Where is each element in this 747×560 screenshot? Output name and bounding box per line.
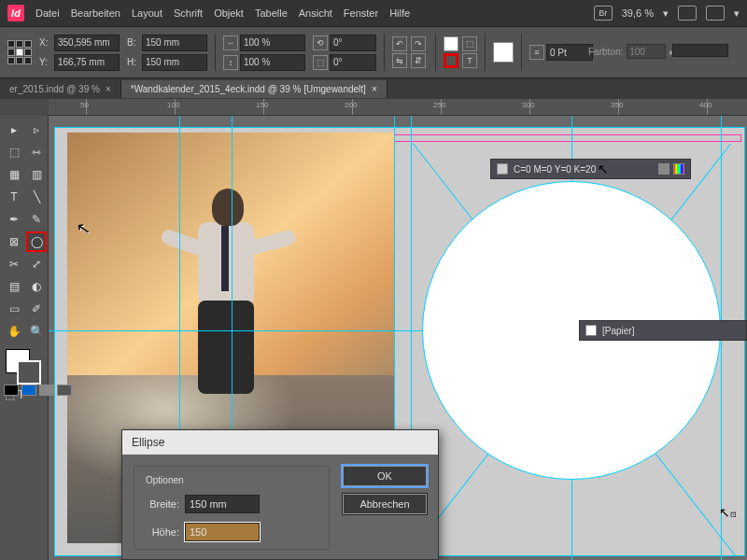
preview-view-icon[interactable] [21, 385, 36, 396]
screen-mode-icon[interactable] [678, 6, 697, 21]
toolbox: ▸ ▹ ⬚ ⇿ ▦ ▥ T ╲ ✒ ✎ ⊠ ◯ ✂ ⤢ ▤ ◐ ▭ ✐ ✋ 🔍 … [0, 116, 49, 560]
bleed-view-icon[interactable] [39, 385, 54, 396]
flip-v-icon[interactable]: ⇵ [411, 53, 426, 68]
pencil-tool[interactable]: ✎ [26, 209, 47, 230]
height-label: Höhe: [142, 526, 179, 538]
zoom-level[interactable]: 39,6 % [622, 7, 654, 19]
y-input[interactable] [54, 54, 120, 71]
options-legend: Optionen [142, 475, 188, 485]
shear-input[interactable] [330, 54, 376, 71]
h-label: H: [127, 57, 140, 67]
color-mode-icon [673, 163, 684, 175]
scale-x-input[interactable] [240, 35, 305, 51]
x-label: X: [39, 37, 52, 48]
menu-file[interactable]: Datei [35, 7, 60, 19]
direct-selection-tool[interactable]: ▹ [26, 119, 47, 140]
fill-stroke-swatch[interactable] [4, 349, 47, 386]
rotate-ccw-icon[interactable]: ↶ [392, 36, 407, 51]
menu-view[interactable]: Ansicht [299, 7, 332, 19]
scissors-tool[interactable]: ✂ [4, 254, 24, 274]
slug-view-icon[interactable] [57, 385, 72, 396]
stroke-weight-input[interactable] [546, 44, 593, 61]
swatch-square-icon [497, 163, 508, 175]
ok-button[interactable]: OK [343, 466, 427, 486]
swatch-square-icon [585, 325, 597, 336]
paper-tip[interactable]: [Papier] [579, 320, 747, 341]
shear-icon: ⬚ [313, 55, 328, 70]
fill-swatch-icon[interactable] [444, 36, 458, 51]
cursor-icon: ↖ [598, 161, 609, 176]
cancel-button[interactable]: Abbrechen [343, 494, 427, 514]
rotate-input[interactable] [330, 35, 376, 51]
menu-edit[interactable]: Bearbeiten [71, 7, 120, 19]
close-icon[interactable]: × [106, 84, 111, 94]
hand-tool[interactable]: ✋ [4, 321, 24, 342]
rotate-icon: ⟲ [313, 35, 328, 50]
ellipse-width-input[interactable] [185, 495, 260, 513]
container-icon[interactable]: ⬚ [462, 36, 477, 51]
scale-x-icon: ↔ [223, 35, 238, 50]
menubar: Id Datei Bearbeiten Layout Schrift Objek… [0, 0, 747, 26]
width-label: Breite: [142, 498, 179, 510]
dialog-title: Ellipse [122, 430, 438, 455]
ellipse-height-input[interactable] [185, 523, 260, 541]
text-icon[interactable]: T [462, 53, 477, 68]
app-logo: Id [7, 5, 24, 21]
rotate-cw-icon[interactable]: ↷ [411, 36, 426, 51]
bridge-button[interactable]: Br [594, 6, 613, 21]
scale-y-icon: ↕ [223, 55, 238, 70]
scale-y-input[interactable] [240, 54, 305, 71]
swatch-kind-icon [658, 163, 669, 175]
document-tabs: er_2015.indd @ 39 %× *Wandkalender_2015_… [0, 78, 747, 99]
view-mode-buttons [4, 385, 72, 396]
stroke-style-line[interactable] [672, 44, 728, 57]
ellipse-dialog: Ellipse Optionen Breite: Höhe: OK Abbrec… [121, 429, 439, 560]
color-tip-label: C=0 M=0 Y=0 K=20 [514, 164, 596, 175]
menu-table[interactable]: Tabelle [255, 7, 288, 19]
menu-window[interactable]: Fenster [344, 7, 378, 19]
free-transform-tool[interactable]: ⤢ [26, 254, 47, 274]
tab-doc-1[interactable]: er_2015.indd @ 39 %× [0, 80, 121, 98]
type-tool[interactable]: T [4, 187, 24, 207]
gap-tool[interactable]: ⇿ [26, 142, 47, 162]
gradient-feather-tool[interactable]: ◐ [26, 276, 47, 297]
gradient-swatch-tool[interactable]: ▤ [4, 276, 24, 297]
w-label: B: [127, 37, 140, 48]
page-tool[interactable]: ⬚ [4, 142, 24, 162]
horizontal-ruler[interactable]: 50 100 150 200 250 300 350 400 [49, 99, 747, 116]
menu-object[interactable]: Objekt [214, 7, 244, 19]
normal-view-icon[interactable] [4, 385, 19, 396]
flip-h-icon[interactable]: ⇋ [392, 53, 407, 68]
content-collector-tool[interactable]: ▦ [4, 164, 24, 185]
tint-label: Farbton: [588, 47, 623, 57]
zoom-tool[interactable]: 🔍 [26, 321, 47, 342]
content-placer-tool[interactable]: ▥ [26, 164, 47, 185]
menu-help[interactable]: Hilfe [389, 7, 410, 19]
stroke-swatch-icon[interactable] [444, 53, 458, 68]
reference-point[interactable] [7, 40, 32, 64]
ellipse-tool[interactable]: ◯ [26, 231, 47, 252]
stroke-weight-icon: ≡ [529, 45, 544, 60]
menu-type[interactable]: Schrift [174, 7, 203, 19]
x-input[interactable] [54, 35, 120, 51]
color-tip[interactable]: C=0 M=0 Y=0 K=20 ↖ [490, 159, 691, 179]
fill-color-swatch[interactable] [493, 42, 514, 63]
paper-tip-label: [Papier] [602, 326, 634, 336]
tab-doc-2[interactable]: *Wandkalender_2015_4eck.indd @ 39 % [Umg… [121, 80, 388, 98]
selection-tool[interactable]: ▸ [4, 119, 24, 140]
note-tool[interactable]: ▭ [4, 299, 24, 319]
line-tool[interactable]: ╲ [26, 187, 47, 207]
eyedropper-tool[interactable]: ✐ [26, 299, 47, 319]
menu-layout[interactable]: Layout [132, 7, 162, 19]
pen-tool[interactable]: ✒ [4, 209, 24, 230]
height-input[interactable] [142, 54, 207, 71]
tint-input[interactable] [627, 44, 666, 59]
tint-group: Farbton: ▸ [588, 44, 674, 59]
rectangle-frame-tool[interactable]: ⊠ [4, 231, 24, 252]
workspace-dropdown-icon[interactable]: ▾ [734, 7, 740, 20]
arrange-icon[interactable] [706, 6, 725, 21]
y-label: Y: [39, 57, 52, 67]
width-input[interactable] [142, 35, 207, 51]
close-icon[interactable]: × [372, 84, 377, 94]
zoom-dropdown-icon[interactable]: ▾ [663, 7, 669, 20]
